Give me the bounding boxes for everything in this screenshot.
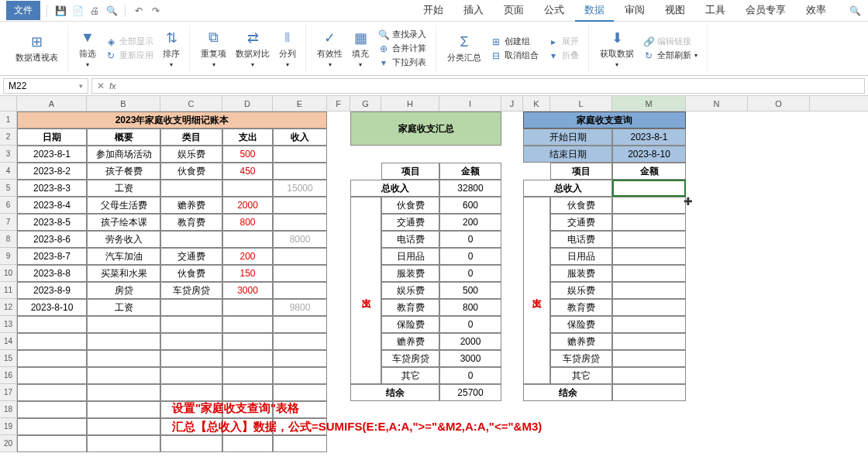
table2-totalin-label[interactable]: 总收入	[350, 180, 439, 197]
table1-empty[interactable]	[222, 316, 273, 333]
table3-balance[interactable]	[612, 384, 686, 401]
table3-item-label[interactable]: 电话费	[550, 231, 612, 248]
col-header-N[interactable]: N	[686, 96, 748, 111]
col-header-H[interactable]: H	[381, 96, 439, 111]
table1-cell[interactable]: 车贷房贷	[160, 282, 222, 299]
table1-cell[interactable]	[222, 231, 273, 248]
tab-3[interactable]: 公式	[535, 0, 574, 22]
cells-area[interactable]: 2023年家庭收支明细记账本日期概要类目支出收入2023-8-1参加商场活动娱乐…	[17, 112, 868, 452]
tab-7[interactable]: 工具	[696, 0, 735, 22]
table2-h-amount[interactable]: 金额	[439, 163, 501, 180]
row-header-7[interactable]: 7	[0, 214, 17, 231]
table1-empty[interactable]	[273, 350, 327, 367]
tab-8[interactable]: 会员专享	[736, 0, 795, 22]
table3-item-val[interactable]	[612, 197, 686, 214]
dup-button[interactable]: ⧉重复项▾	[198, 28, 229, 70]
row-header-10[interactable]: 10	[0, 265, 17, 282]
table1-cell[interactable]: 2023-8-8	[17, 265, 87, 282]
table3-item-label[interactable]: 教育费	[550, 299, 612, 316]
table2-balance[interactable]: 25700	[439, 384, 501, 401]
table2-title[interactable]: 家庭收支汇总	[350, 112, 501, 146]
subtotal-button[interactable]: Σ分类汇总	[444, 32, 484, 65]
editlink-button[interactable]: 🔗编辑链接	[640, 35, 701, 48]
getdata-button[interactable]: ⬇获取数据▾	[597, 28, 637, 70]
table1-cell[interactable]: 孩子绘本课	[87, 214, 160, 231]
sort-button[interactable]: ⇅排序▾	[160, 28, 183, 70]
table1-cell[interactable]: 2023-8-5	[17, 214, 87, 231]
col-header-M[interactable]: M	[612, 96, 686, 111]
table1-title[interactable]: 2023年家庭收支明细记账本	[17, 112, 327, 129]
table3-item-val[interactable]	[612, 282, 686, 299]
fill-button[interactable]: ▦填充▾	[349, 28, 372, 70]
table2-item-label[interactable]: 服装费	[381, 265, 439, 282]
table2-item-label[interactable]: 教育费	[381, 299, 439, 316]
tab-0[interactable]: 开始	[414, 0, 453, 22]
table1-empty[interactable]	[87, 350, 160, 367]
row-header-19[interactable]: 19	[0, 418, 17, 435]
table1-cell[interactable]: 孩子餐费	[87, 163, 160, 180]
table2-item-val[interactable]: 0	[439, 265, 501, 282]
formula-input[interactable]: ✕ fx	[91, 78, 865, 94]
table2-item-label[interactable]: 车贷房贷	[381, 350, 439, 367]
tab-2[interactable]: 页面	[494, 0, 533, 22]
table3-end-val[interactable]: 2023-8-10	[612, 146, 686, 163]
table1-cell[interactable]: 2023-8-10	[17, 299, 87, 316]
table3-item-label[interactable]: 伙食费	[550, 197, 612, 214]
spreadsheet-grid[interactable]: ABCDEFGHIJKLMNO 123456789101112131415161…	[0, 96, 868, 460]
col-header-G[interactable]: G	[350, 96, 381, 111]
row-header-5[interactable]: 5	[0, 180, 17, 197]
table1-empty[interactable]	[160, 316, 222, 333]
tab-5[interactable]: 审阅	[615, 0, 654, 22]
col-header-O[interactable]: O	[748, 96, 810, 111]
table1-cell[interactable]: 800	[222, 214, 273, 231]
table1-cell[interactable]: 2023-8-1	[17, 146, 87, 163]
table3-item-val[interactable]	[612, 214, 686, 231]
table1-cell[interactable]: 2000	[222, 197, 273, 214]
table3-item-label[interactable]: 日用品	[550, 248, 612, 265]
select-all-corner[interactable]	[0, 96, 17, 111]
dropdown-button[interactable]: ▾下拉列表	[375, 56, 429, 69]
table2-item-val[interactable]: 0	[439, 231, 501, 248]
ungroup-button[interactable]: ⊟取消组合	[487, 49, 542, 62]
table3-item-val[interactable]	[612, 248, 686, 265]
new-icon[interactable]: 📄	[71, 4, 84, 18]
table1-empty[interactable]	[87, 384, 160, 401]
table1-cell[interactable]: 房贷	[87, 282, 160, 299]
table2-balance-label[interactable]: 结余	[350, 384, 439, 401]
collapse-button[interactable]: ▾折叠	[545, 49, 582, 62]
search-icon[interactable]: 🔍	[848, 5, 862, 16]
table1-cell[interactable]: 交通费	[160, 248, 222, 265]
table2-item-val[interactable]: 2000	[439, 333, 501, 350]
table1-empty[interactable]	[222, 367, 273, 384]
tab-1[interactable]: 插入	[454, 0, 493, 22]
table1-empty[interactable]	[17, 316, 87, 333]
table2-item-val[interactable]: 0	[439, 248, 501, 265]
table3-item-label[interactable]: 娱乐费	[550, 282, 612, 299]
table1-cell[interactable]: 2023-8-3	[17, 180, 87, 197]
save-icon[interactable]: 💾	[53, 4, 67, 18]
col-header-E[interactable]: E	[273, 96, 327, 111]
table1-cell[interactable]	[273, 146, 327, 163]
row-header-17[interactable]: 17	[0, 384, 17, 401]
table1-empty[interactable]	[273, 367, 327, 384]
row-header-6[interactable]: 6	[0, 197, 17, 214]
table1-empty[interactable]	[273, 333, 327, 350]
validity-button[interactable]: ✓有效性▾	[314, 28, 346, 70]
table1-cell[interactable]: 2023-8-9	[17, 282, 87, 299]
table2-item-label[interactable]: 赡养费	[381, 333, 439, 350]
undo-icon[interactable]: ↶	[132, 4, 146, 18]
table1-cell[interactable]: 汽车加油	[87, 248, 160, 265]
table1-cell[interactable]: 教育费	[160, 214, 222, 231]
table1-header[interactable]: 类目	[160, 129, 222, 146]
table2-h-item[interactable]: 项目	[381, 163, 439, 180]
split-button[interactable]: ⦀分列▾	[276, 28, 299, 70]
row-header-15[interactable]: 15	[0, 350, 17, 367]
table1-empty[interactable]	[87, 316, 160, 333]
tab-9[interactable]: 效率	[797, 0, 835, 22]
fx-icon[interactable]: fx	[109, 81, 116, 91]
preview-icon[interactable]: 🔍	[105, 4, 119, 18]
show-all-button[interactable]: ◈全部显示	[102, 35, 157, 48]
consolidate-button[interactable]: ⊕合并计算	[375, 42, 429, 55]
file-menu[interactable]: 文件	[6, 1, 40, 20]
compare-button[interactable]: ⇄数据对比▾	[232, 28, 273, 70]
